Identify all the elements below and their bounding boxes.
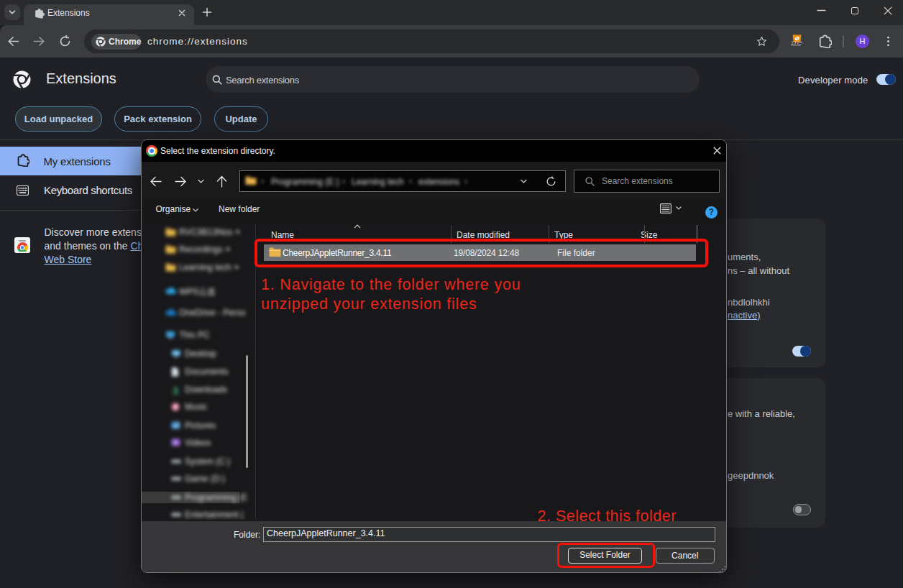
svg-text:JNLP: JNLP [792,41,803,46]
